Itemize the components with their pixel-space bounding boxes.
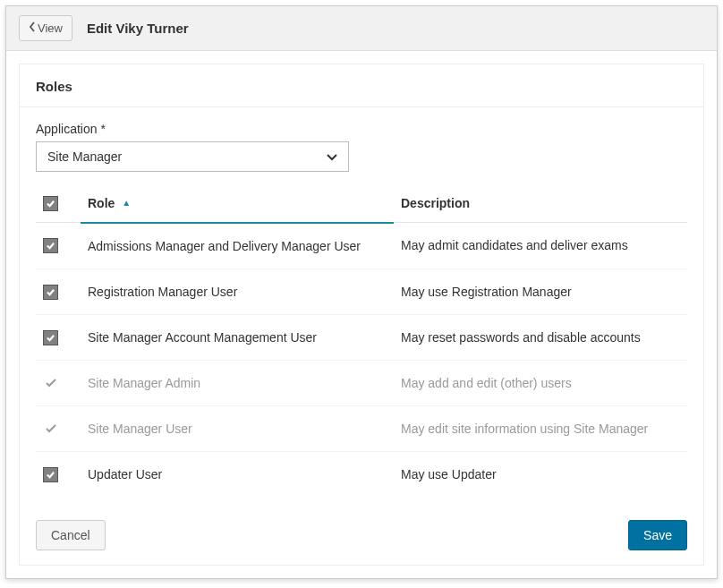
view-button-label: View — [38, 21, 63, 35]
chevron-left-icon — [29, 21, 36, 35]
role-checkbox[interactable] — [43, 285, 58, 300]
view-button[interactable]: View — [19, 15, 72, 41]
table-row: Site Manager UserMay edit site informati… — [36, 405, 687, 451]
description-header-label: Description — [401, 196, 470, 210]
panel-wrapper: Roles Application * Site Manager — [6, 51, 717, 578]
table-row: Site Manager Account Management UserMay … — [36, 314, 687, 360]
application-select[interactable]: Site Manager — [36, 141, 349, 172]
role-checkbox[interactable] — [43, 238, 58, 253]
role-name: Admissions Manager and Delivery Manager … — [88, 239, 361, 253]
chevron-down-icon — [327, 149, 337, 164]
role-checkbox[interactable] — [43, 330, 58, 345]
cancel-button[interactable]: Cancel — [36, 520, 106, 550]
role-description: May edit site information using Site Man… — [401, 422, 648, 436]
role-description: May use Updater — [401, 467, 497, 481]
panel-footer: Cancel Save — [20, 506, 703, 565]
role-column-header[interactable]: Role ▲ — [81, 184, 394, 223]
table-header-row: Role ▲ Description — [36, 184, 687, 223]
role-description: May reset passwords and disable accounts — [401, 330, 641, 345]
table-row: Admissions Manager and Delivery Manager … — [36, 223, 687, 269]
table-row: Registration Manager UserMay use Registr… — [36, 268, 687, 314]
roles-table: Role ▲ Description Admissions Manager an… — [36, 184, 687, 497]
role-name: Site Manager Account Management User — [88, 330, 317, 345]
page-title: Edit Viky Turner — [87, 21, 189, 36]
role-name: Updater User — [88, 467, 162, 481]
header-bar: View Edit Viky Turner — [6, 6, 717, 51]
inherited-check-icon — [43, 375, 58, 390]
role-description: May add and edit (other) users — [401, 376, 572, 390]
role-checkbox[interactable] — [43, 467, 58, 482]
application-label: Application * — [36, 122, 687, 136]
inherited-check-icon — [43, 421, 58, 436]
role-description: May admit candidates and deliver exams — [401, 238, 628, 252]
panel-body: Application * Site Manager — [20, 107, 703, 497]
role-description: May use Registration Manager — [401, 285, 572, 299]
sort-asc-icon: ▲ — [122, 198, 131, 208]
table-row: Site Manager AdminMay add and edit (othe… — [36, 360, 687, 405]
role-name: Registration Manager User — [88, 285, 237, 299]
select-all-checkbox[interactable] — [43, 196, 58, 211]
application-select-value: Site Manager — [47, 149, 122, 164]
role-name: Site Manager Admin — [88, 376, 200, 390]
panel-title: Roles — [20, 64, 703, 107]
role-name: Site Manager User — [88, 422, 192, 436]
roles-panel: Roles Application * Site Manager — [19, 64, 704, 566]
description-column-header[interactable]: Description — [394, 184, 687, 223]
window: View Edit Viky Turner Roles Application … — [5, 5, 718, 579]
save-button[interactable]: Save — [628, 520, 687, 550]
table-row: Updater UserMay use Updater — [36, 451, 687, 497]
role-header-label: Role — [88, 196, 115, 210]
